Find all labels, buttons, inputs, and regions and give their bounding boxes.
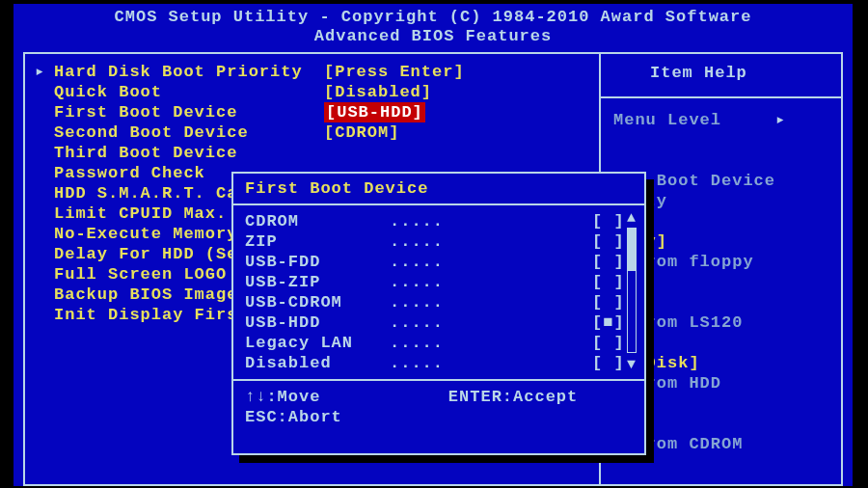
help-line: ority bbox=[613, 191, 837, 211]
help-line: t from HDD bbox=[613, 373, 837, 393]
popup-option-name: USB-ZIP bbox=[245, 272, 390, 292]
popup-title: First Boot Device bbox=[233, 174, 644, 203]
popup-option[interactable]: Disabled.....[ ] bbox=[245, 353, 635, 373]
popup-option-dots: ..... bbox=[390, 272, 592, 292]
help-line: oppy] bbox=[613, 231, 837, 252]
popup-option-dots: ..... bbox=[390, 292, 592, 312]
option-label: Third Boot Device bbox=[54, 143, 324, 163]
scroll-thumb[interactable] bbox=[628, 229, 636, 271]
help-line bbox=[613, 211, 837, 231]
help-line bbox=[613, 130, 837, 150]
option-marker bbox=[35, 82, 54, 102]
popup-help: ↑↓:Move ENTER:Accept ESC:Abort bbox=[233, 381, 644, 433]
popup-option-name: CDROM bbox=[245, 211, 390, 231]
popup-help-move: ↑↓:Move bbox=[245, 388, 320, 406]
option-marker bbox=[35, 203, 54, 224]
option-marker bbox=[35, 143, 54, 163]
popup-option-dots: ..... bbox=[390, 353, 592, 373]
popup-option[interactable]: USB-ZIP.....[ ] bbox=[245, 272, 635, 292]
help-line: ROM] bbox=[613, 414, 837, 434]
scroll-track[interactable] bbox=[627, 228, 637, 353]
help-divider bbox=[599, 96, 842, 98]
popup-option-name: USB-HDD bbox=[245, 312, 390, 333]
menu-level-label: Menu Level bbox=[613, 111, 721, 129]
bios-option-row[interactable]: Third Boot Device bbox=[35, 143, 594, 163]
first-boot-device-popup: First Boot Device CDROM.....[ ]ZIP.....[… bbox=[231, 172, 646, 455]
popup-option-name: Legacy LAN bbox=[245, 333, 390, 353]
bios-option-row[interactable]: ▸Hard Disk Boot Priority[Press Enter] bbox=[35, 62, 594, 82]
option-marker bbox=[35, 122, 54, 143]
popup-option[interactable]: USB-CDROM.....[ ] bbox=[245, 292, 635, 312]
option-marker bbox=[35, 285, 54, 305]
help-line: t from floppy bbox=[613, 252, 837, 272]
help-line bbox=[613, 150, 837, 171]
bios-title-line-2: Advanced BIOS Features bbox=[14, 27, 853, 46]
popup-scrollbar[interactable]: ▲ ▼ bbox=[625, 210, 638, 374]
popup-option-dots: ..... bbox=[390, 312, 592, 333]
option-value: [Press Enter] bbox=[324, 62, 465, 82]
popup-option[interactable]: Legacy LAN.....[ ] bbox=[245, 333, 635, 353]
help-line: rd Disk] bbox=[613, 353, 837, 373]
help-body: Menu Level ▸ ect Boot Deviceority oppy]t… bbox=[613, 110, 837, 454]
option-marker bbox=[35, 224, 54, 244]
help-line bbox=[613, 333, 837, 353]
option-value: [USB-HDD] bbox=[324, 102, 425, 122]
popup-help-accept: ENTER:Accept bbox=[448, 388, 578, 406]
help-line: ect Boot Device bbox=[613, 171, 837, 191]
scroll-up-icon[interactable]: ▲ bbox=[625, 210, 638, 224]
help-line bbox=[613, 272, 837, 292]
option-label: Quick Boot bbox=[54, 82, 324, 102]
popup-option-dots: ..... bbox=[390, 333, 592, 353]
help-line: 120] bbox=[613, 292, 837, 312]
option-value: [Disabled] bbox=[324, 82, 432, 102]
option-marker bbox=[35, 163, 54, 183]
popup-option[interactable]: USB-FDD.....[ ] bbox=[245, 252, 635, 272]
help-title: Item Help bbox=[650, 64, 747, 82]
option-marker bbox=[35, 264, 54, 285]
popup-option[interactable]: CDROM.....[ ] bbox=[245, 211, 635, 231]
option-marker bbox=[35, 244, 54, 264]
popup-option[interactable]: USB-HDD.....[■] bbox=[245, 312, 635, 333]
bios-option-row[interactable]: Quick Boot[Disabled] bbox=[35, 82, 594, 102]
option-label: Second Boot Device bbox=[54, 122, 324, 143]
option-marker bbox=[35, 305, 54, 325]
bios-option-row[interactable]: First Boot Device[USB-HDD] bbox=[35, 102, 594, 122]
popup-option-name: USB-FDD bbox=[245, 252, 390, 272]
help-line: t from LS120 bbox=[613, 312, 837, 333]
chevron-right-icon: ▸ bbox=[775, 111, 786, 129]
bios-title-line-1: CMOS Setup Utility - Copyright (C) 1984-… bbox=[14, 8, 853, 27]
option-marker bbox=[35, 102, 54, 122]
popup-help-abort: ESC:Abort bbox=[245, 407, 633, 427]
popup-option-name: Disabled bbox=[245, 353, 390, 373]
help-line bbox=[613, 393, 837, 414]
help-line: t from CDROM bbox=[613, 434, 837, 454]
option-marker: ▸ bbox=[35, 62, 54, 82]
popup-option-list[interactable]: CDROM.....[ ]ZIP.....[ ]USB-FDD.....[ ]U… bbox=[233, 205, 644, 379]
option-marker bbox=[35, 183, 54, 203]
popup-option-dots: ..... bbox=[390, 252, 592, 272]
option-value: [CDROM] bbox=[324, 122, 399, 143]
bios-option-row[interactable]: Second Boot Device[CDROM] bbox=[35, 122, 594, 143]
popup-option-name: ZIP bbox=[245, 231, 390, 252]
popup-option-dots: ..... bbox=[390, 231, 592, 252]
option-label: First Boot Device bbox=[54, 102, 324, 122]
popup-option[interactable]: ZIP.....[ ] bbox=[245, 231, 635, 252]
popup-option-dots: ..... bbox=[390, 211, 592, 231]
popup-option-name: USB-CDROM bbox=[245, 292, 390, 312]
option-label: Hard Disk Boot Priority bbox=[54, 62, 324, 82]
scroll-down-icon[interactable]: ▼ bbox=[625, 357, 638, 370]
